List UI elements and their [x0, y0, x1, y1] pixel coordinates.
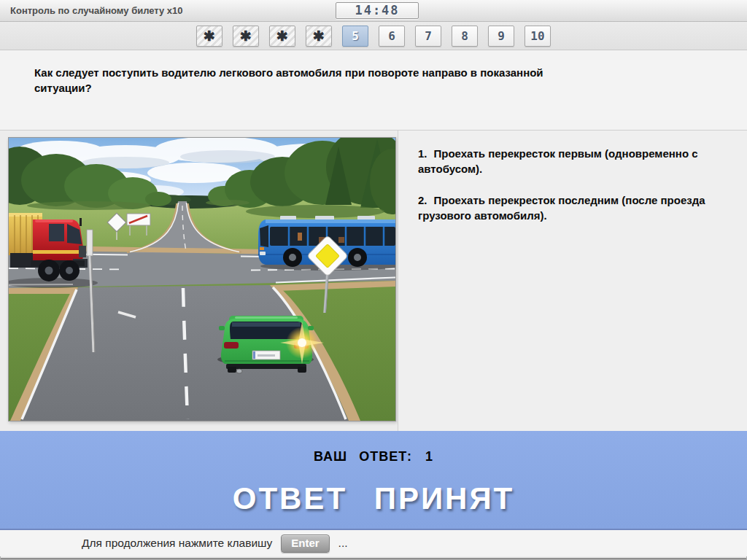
answer-2-text: Проехать перекресток последним (после пр… [418, 194, 705, 222]
your-answer-value: 1 [425, 449, 433, 464]
question-text: Как следует поступить водителю легкового… [0, 50, 569, 96]
countdown-timer: 14:48 [336, 2, 419, 19]
enter-key-hint: Enter [281, 534, 329, 553]
tab-question-8[interactable]: 8 [452, 26, 478, 47]
result-panel: ВАШ ОТВЕТ:1 ОТВЕТ ПРИНЯТ [0, 431, 747, 530]
tab-question-2[interactable]: ✱ [233, 26, 259, 47]
answer-1-text: Проехать перекресток первым (одновременн… [418, 147, 698, 175]
your-answer-line: ВАШ ОТВЕТ:1 [0, 431, 747, 464]
footer-bar: Для продолжения нажмите клавишу Enter ..… [0, 530, 747, 556]
situation-image [8, 137, 396, 421]
tab-question-4[interactable]: ✱ [306, 26, 332, 47]
continue-ellipsis: ... [338, 537, 348, 550]
bus-windshield [260, 225, 268, 247]
question-tab-bar: ✱ ✱ ✱ ✱ 5 6 7 8 9 10 [0, 22, 747, 50]
your-answer-label: ВАШ ОТВЕТ: [314, 449, 412, 464]
tab-question-6[interactable]: 6 [379, 26, 405, 47]
answer-options: 1.Проехать перекресток первым (одновреме… [398, 131, 747, 431]
title-bar: Контроль по случайному билету x10 14:48 [0, 0, 747, 22]
question-panel: Как следует поступить водителю легкового… [0, 50, 747, 131]
truck-side-window [49, 224, 64, 241]
car-bumper-trim [226, 364, 306, 369]
car-exhaust [236, 369, 242, 373]
answer-option-2[interactable]: 2.Проехать перекресток последним (после … [418, 193, 719, 223]
answer-accepted-status: ОТВЕТ ПРИНЯТ [0, 481, 747, 516]
tab-question-10[interactable]: 10 [525, 26, 551, 47]
exam-mode-title: Контроль по случайному билету x10 [10, 0, 183, 22]
truck-mirror [80, 218, 82, 226]
tab-question-5[interactable]: 5 [342, 26, 368, 47]
content-area: 1.Проехать перекресток первым (одновреме… [0, 131, 747, 431]
continue-prompt: Для продолжения нажмите клавишу [82, 537, 272, 550]
tab-question-1[interactable]: ✱ [196, 26, 222, 47]
answer-2-number: 2. [418, 194, 427, 206]
exam-window: Контроль по случайному билету x10 14:48 … [0, 0, 747, 560]
traffic-scene [9, 138, 395, 421]
tab-question-9[interactable]: 9 [488, 26, 514, 47]
answer-option-1[interactable]: 1.Проехать перекресток первым (одновреме… [418, 147, 719, 176]
answer-1-number: 1. [418, 147, 427, 160]
car-taillight-left [224, 342, 239, 349]
car-mirror-left [219, 326, 225, 330]
tab-question-3[interactable]: ✱ [269, 26, 295, 47]
tab-question-7[interactable]: 7 [415, 26, 441, 47]
